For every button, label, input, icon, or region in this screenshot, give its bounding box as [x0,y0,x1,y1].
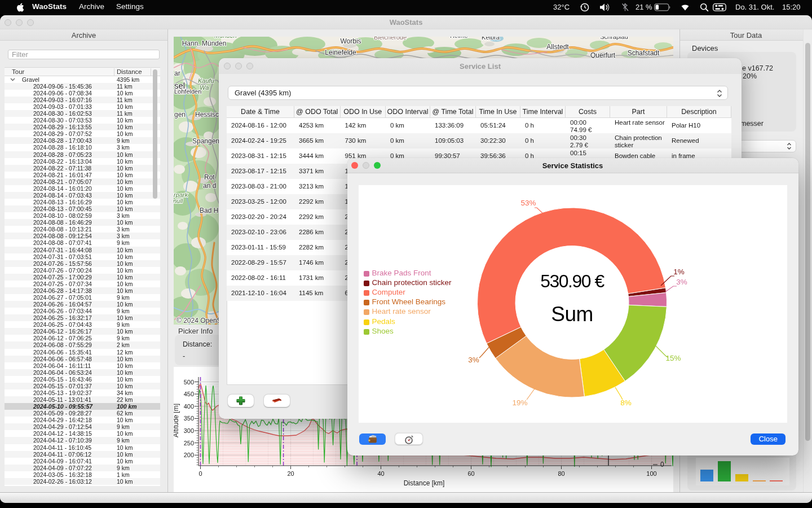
svg-text:Sum: Sum [551,303,593,326]
svg-text:nüll: nüll [174,198,183,204]
svg-text:Lohfelden: Lohfelden [174,88,201,95]
svg-text:200: 200 [184,452,194,458]
svg-text:© 2024 OpenS: © 2024 OpenS [176,317,222,325]
svg-text:500: 500 [184,379,194,386]
svg-text:40: 40 [377,470,384,477]
svg-text:Schafstadt: Schafstadt [628,49,660,57]
svg-text:Münden: Münden [214,37,237,39]
svg-text:0: 0 [660,461,664,468]
svg-text:250: 250 [184,440,194,446]
svg-text:gen: gen [174,111,186,119]
svg-text:an d: an d [203,182,216,190]
svg-text:80: 80 [558,470,564,477]
svg-text:3%: 3% [468,356,479,364]
svg-text:0: 0 [198,470,202,477]
svg-text:Distance [km]: Distance [km] [404,479,445,487]
svg-text:15%: 15% [665,354,681,362]
svg-text:8%: 8% [620,398,632,407]
svg-text:ar: ar [174,69,180,77]
svg-text:Hann. Münden: Hann. Münden [182,40,227,47]
svg-text:450: 450 [184,391,194,397]
svg-text:Leinefelde: Leinefelde [325,49,356,56]
svg-text:20: 20 [287,470,294,477]
svg-text:Worbis: Worbis [340,37,361,45]
svg-text:530.90 €: 530.90 € [540,271,604,291]
svg-text:100: 100 [646,470,656,477]
svg-text:Bleicherode: Bleicherode [374,37,407,41]
svg-text:19%: 19% [512,398,527,407]
svg-text:400: 400 [184,403,194,410]
svg-text:Altitude [m]: Altitude [m] [174,404,180,437]
svg-text:Rot: Rot [204,173,215,181]
svg-text:Bad H: Bad H [200,207,218,214]
svg-text:1%: 1% [673,268,685,276]
svg-text:Allstedt: Allstedt [546,43,569,51]
svg-text:300: 300 [184,427,194,434]
svg-text:Kaufu: Kaufu [198,77,214,84]
svg-text:53%: 53% [520,199,536,207]
svg-text:60: 60 [467,470,474,477]
svg-text:350: 350 [184,415,194,422]
svg-text:Schraplau: Schraplau [600,37,628,40]
svg-text:Helme: Helme [450,37,468,39]
svg-text:3%: 3% [676,278,687,286]
svg-text:Kelbra: Kelbra [482,37,500,41]
